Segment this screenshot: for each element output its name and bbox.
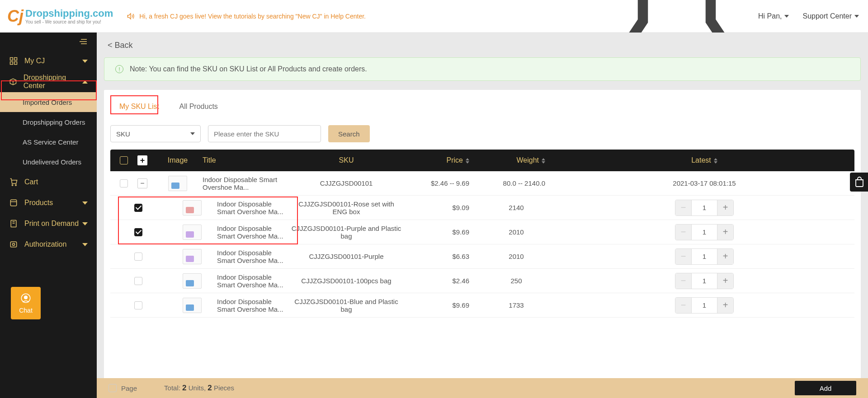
menu-collapse-button[interactable] [0,33,97,51]
th-latest[interactable]: Latest [554,156,854,164]
row-weight: 80.0 -- 2140.0 [478,179,554,187]
product-thumbnail [183,249,202,264]
footer-page-checkbox[interactable] [108,384,117,392]
expand-all-button[interactable]: + [137,155,147,165]
th-sku: SKU [290,156,402,164]
search-row: SKU Search [104,114,861,150]
svg-rect-9 [10,200,16,206]
qty-plus-button[interactable]: + [717,225,733,240]
qty-plus-button[interactable]: + [717,273,733,289]
sidebar-item-as-service-center[interactable]: AS Service Center [0,132,97,152]
sku-panel: My SKU List All Products SKU Search + Im… [104,90,861,398]
sidebar: My CJDropshipping CenterImported OrdersD… [0,33,97,398]
sidebar-item-label: My CJ [24,57,45,65]
svg-rect-3 [10,58,13,61]
logo-main: Dropshipping.com [25,8,113,19]
table-row: −Indoor Disposable Smart Overshoe Ma...C… [110,171,854,196]
box-icon [9,77,17,86]
add-button[interactable]: Add [795,381,856,395]
table-row: Indoor Disposable Smart Overshoe Ma...CJ… [110,220,854,244]
th-title: Title [198,156,290,164]
qty-plus-button[interactable]: + [717,249,733,264]
pod-icon [9,219,18,228]
sidebar-item-dropshipping-orders[interactable]: Dropshipping Orders [0,112,97,132]
qty-minus-button[interactable]: − [675,200,692,215]
footer-total: Total: 2 Units, 2 Pieces [164,384,234,393]
svg-rect-4 [14,58,17,61]
chat-button[interactable]: Chat [11,287,41,319]
user-menu[interactable]: Hi Pan, [758,12,789,20]
quantity-stepper: −1+ [675,224,734,240]
svg-point-14 [24,295,28,299]
qty-minus-button[interactable]: − [675,249,692,264]
quantity-stepper: −1+ [675,273,734,289]
sku-select-value: SKU [116,130,130,138]
row-checkbox[interactable] [134,277,142,285]
auth-icon [9,240,18,249]
tabs: My SKU List All Products [104,99,861,114]
row-title: Indoor Disposable Smart Overshoe Ma... [198,176,290,191]
sidebar-item-print-on-demand[interactable]: Print on Demand [0,213,97,234]
chat-label: Chat [19,307,33,314]
row-price: $2.46 [402,277,478,285]
row-title: Indoor Disposable Smart Overshoe Ma... [212,200,290,215]
logo-cj-icon: Cj [7,7,24,26]
row-checkbox[interactable] [120,179,128,187]
qty-plus-button[interactable]: + [717,200,733,215]
row-price: $9.09 [402,204,478,211]
chevron-down-icon [82,222,88,225]
qty-value: 1 [692,301,717,309]
sku-input[interactable] [208,125,321,142]
products-icon [9,198,18,207]
row-checkbox[interactable] [134,301,142,309]
back-button[interactable]: < Back [104,41,861,57]
search-button[interactable]: Search [328,125,370,142]
row-sku: CJJZGJSD00101-Rose set with ENG box [290,200,402,215]
table-row: Indoor Disposable Smart Overshoe Ma...CJ… [110,293,854,318]
chevron-down-icon [82,60,88,63]
product-thumbnail [183,298,202,313]
qty-minus-button[interactable]: − [675,273,692,289]
sidebar-item-label: Dropshipping Center [24,74,82,90]
quantity-stepper: −1+ [675,297,734,314]
sidebar-item-imported-orders[interactable]: Imported Orders [0,92,97,112]
sidebar-item-cart[interactable]: Cart [0,172,97,192]
th-weight[interactable]: Weight [478,156,554,164]
sort-icon [714,158,717,164]
th-price[interactable]: Price [402,156,478,164]
sku-select[interactable]: SKU [110,125,201,142]
sidebar-item-dropshipping-center[interactable]: Dropshipping Center [0,71,97,92]
qty-minus-button[interactable]: − [675,225,692,240]
qty-minus-button[interactable]: − [675,298,692,313]
row-title: Indoor Disposable Smart Overshoe Ma... [212,298,290,313]
logo[interactable]: Cj Dropshipping.com You sell - We source… [7,7,113,26]
qty-plus-button[interactable]: + [717,298,733,313]
tab-my-sku-list[interactable]: My SKU List [110,99,168,114]
sidebar-item-authorization[interactable]: Authorization [0,234,97,255]
sidebar-item-my-cj[interactable]: My CJ [0,51,97,71]
tab-all-products[interactable]: All Products [170,99,226,114]
select-all-checkbox[interactable] [120,156,128,164]
header-message: Hi, a fresh CJ goes live! View the tutor… [127,12,366,20]
row-latest: 2021-03-17 08:01:15 [554,179,854,187]
row-checkbox[interactable] [134,228,142,236]
svg-point-7 [12,184,13,186]
row-checkbox[interactable] [134,204,142,212]
collapse-button[interactable]: − [137,178,147,188]
footer-page-label: Page [121,384,137,392]
svg-point-12 [13,243,15,246]
speaker-icon [127,12,135,20]
sidebar-item-products[interactable]: Products [0,192,97,213]
row-price: $2.46 -- 9.69 [402,179,478,187]
chevron-down-icon [190,132,195,135]
product-thumbnail [168,176,187,191]
support-center-menu[interactable]: Support Center [802,12,859,20]
sidebar-item-undelivered-orders[interactable]: Undelivered Orders [0,152,97,172]
qty-value: 1 [692,228,717,236]
header-message-text: Hi, a fresh CJ goes live! View the tutor… [139,13,366,20]
row-title: Indoor Disposable Smart Overshoe Ma... [212,225,290,240]
row-checkbox[interactable] [134,253,142,261]
cart-floater[interactable] [850,173,868,192]
svg-point-8 [15,184,17,186]
product-thumbnail [183,225,202,240]
